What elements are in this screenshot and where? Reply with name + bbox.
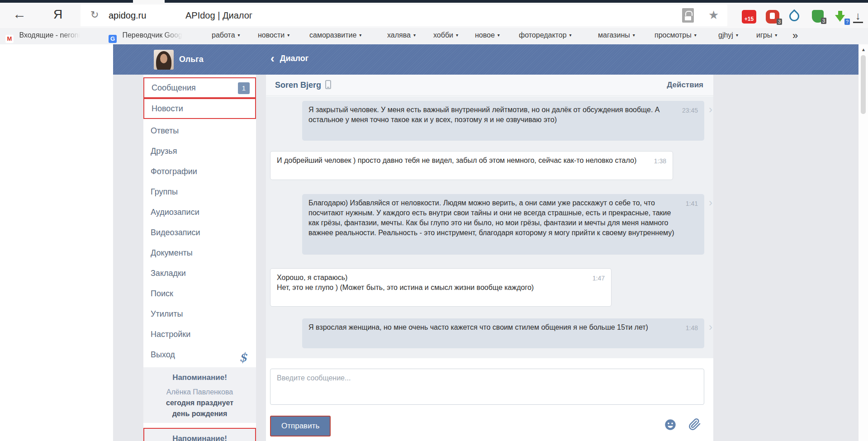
scroll-up-arrow-icon[interactable]: ▲ [861,47,866,52]
yandex-logo-icon[interactable]: Я [53,7,62,22]
message-bubble-outgoing[interactable]: И добрейший человек ) просто давно тебя … [270,151,673,180]
bookmark-folder-novoe[interactable]: новое▾ [475,31,500,39]
message-input[interactable] [270,369,704,405]
shield-extension-icon[interactable]: 3 [812,10,824,23]
sidebar-item-audio[interactable]: Аудиозаписи [143,202,256,222]
bookmark-star-icon[interactable]: ★ [708,8,719,22]
refresh-icon[interactable]: ↻ [90,9,99,21]
sidebar-item-groups[interactable]: Группы [143,182,256,202]
message-time: 23:45 [682,105,698,115]
sidebar-item-bookmarks[interactable]: Закладки [143,263,256,283]
caret-down-icon: ▾ [413,33,416,38]
bookmark-folder-gjhyj[interactable]: gjhyj▾ [718,31,738,39]
gmail-icon: M [5,35,14,43]
address-bar[interactable]: ↻ apidog.ru APIdog | Диалог ★ [81,5,727,26]
extension-badge: 3 [821,18,826,24]
back-button[interactable]: ← [13,6,26,22]
bookmark-item-gmail[interactable]: M Входящие - neroni [5,31,80,43]
sidebar-item-logout[interactable]: Выход $ [143,345,256,365]
caret-down-icon: ▾ [633,33,635,38]
reminder-person-link[interactable]: Алёнка Павленкова [143,388,256,396]
sidebar-item-label: Новости [152,104,183,113]
sidebar-item-friends[interactable]: Друзья [143,141,256,161]
current-user-link[interactable]: Ольга [179,55,204,64]
message-text: И добрейший человек ) просто давно тебя … [277,156,666,166]
caret-down-icon: ▾ [498,33,500,38]
message-bubble-outgoing[interactable]: Хорошо, я стараюсь) Нет, это не глупо ) … [270,268,612,307]
sidebar-item-label: Фотографии [151,167,197,176]
chevron-right-icon: › [709,198,712,208]
caret-down-icon: ▾ [359,33,361,38]
bookmark-label: фоторедактор [519,31,567,39]
mobile-phone-icon [325,80,331,89]
bookmark-label: новое [475,31,495,39]
downloads-button[interactable]: ↓ [853,10,867,24]
sidebar-item-video[interactable]: Видеозаписи [143,223,256,242]
actions-menu-button[interactable]: Действия [667,81,703,90]
sidebar-item-documents[interactable]: Документы [143,243,256,263]
bookmark-folder-rabota[interactable]: работа▾ [212,31,240,39]
sidebar-menu: Сообщения 1 Новости Ответы Друзья Фотогр… [143,75,256,441]
send-button[interactable]: Отправить [270,416,331,436]
stop-hand-extension-icon[interactable]: 3 [766,10,779,24]
browser-toolbar: ← Я ↻ apidog.ru APIdog | Диалог ★ +15 3 … [0,3,868,28]
sidebar-item-label: Аудиозаписи [151,208,199,217]
bookmark-folder-samorazvitie[interactable]: саморазвитие▾ [309,31,361,39]
bookmark-label: просмотры [655,31,692,39]
caret-down-icon: ▾ [287,33,289,38]
sidebar-item-photos[interactable]: Фотографии [143,161,256,181]
apidog-page: Ольга ‹Диалог Сообщения 1 Новости Ответы… [113,44,859,441]
sidebar-item-label: Ответы [151,126,179,135]
message-text: Я взрослая женщина, но мне очень часто к… [308,322,698,332]
sidebar-item-settings[interactable]: Настройки [143,324,256,344]
bookmark-folder-halyava[interactable]: халява▾ [387,31,416,39]
bookmark-folder-magaziny[interactable]: магазины▾ [598,31,635,39]
bookmark-item-translate[interactable]: G Переводчик Goog [109,31,182,43]
bookmarks-bar: M Входящие - neroni G Переводчик Goog ра… [0,28,868,44]
lock-icon[interactable] [682,8,694,23]
sidebar-item-label: Группы [151,187,178,196]
scrollbar-thumb[interactable] [861,55,866,114]
reminder-text-line: сегодня празднует [143,399,256,407]
message-list[interactable]: Я закрытый человек. У меня есть важный в… [266,96,713,358]
sidebar-item-search[interactable]: Поиск [143,284,256,303]
reminder-title: Напоминание! [143,373,256,382]
emoji-smiley-icon[interactable] [664,418,677,431]
sidebar-item-replies[interactable]: Ответы [143,121,256,141]
google-translate-icon: G [109,35,117,43]
message-bubble-incoming[interactable]: Благодарю) Избавляйся от неловкости. Люд… [302,194,704,255]
message-composer: Отправить [266,358,713,441]
caret-down-icon: ▾ [456,33,458,38]
bookmarks-overflow-chevron[interactable]: » [792,30,798,42]
sidebar-item-messages[interactable]: Сообщения 1 [143,77,256,98]
bookmark-folder-fotoredaktor[interactable]: фоторедактор▾ [519,31,572,39]
red-extension-icon[interactable]: +15 [742,10,756,24]
currency-dollar-icon[interactable]: $ [239,347,247,367]
sidebar-item-utilities[interactable]: Утилиты [143,304,256,324]
unread-count-badge: 1 [238,82,250,94]
sidebar-item-news[interactable]: Новости [143,98,256,119]
bookmark-folder-hobbi[interactable]: хобби▾ [433,31,458,39]
download-icon: ↓ [853,10,863,23]
bookmark-folder-prosmotry[interactable]: просмотры▾ [655,31,697,39]
message-bubble-incoming[interactable]: Я взрослая женщина, но мне очень часто к… [302,318,704,348]
page-scrollbar[interactable]: ▲ [859,44,868,441]
address-url[interactable]: apidog.ru [109,10,146,21]
teardrop-icon [787,9,801,23]
message-bubble-incoming[interactable]: Я закрытый человек. У меня есть важный в… [302,101,704,141]
teardrop-extension-icon[interactable] [789,10,803,24]
caret-down-icon: ▾ [569,33,572,38]
reminder-title: Напоминание! [144,434,255,441]
peer-name-link[interactable]: Soren Bjerg [275,80,331,90]
attachment-paperclip-icon[interactable] [688,417,701,431]
avatar[interactable] [154,50,174,70]
chevron-right-icon: › [709,104,712,114]
chevron-right-icon: › [709,322,712,332]
bookmark-label: халява [387,31,411,39]
bookmark-folder-novosti[interactable]: новости▾ [258,31,289,39]
green-arrow-extension-icon[interactable]: ? [834,10,847,24]
sidebar-item-label: Выход [151,350,175,359]
bookmark-folder-igry[interactable]: игры▾ [756,31,777,39]
chevron-left-icon: ‹ [270,52,275,65]
dialog-back-link[interactable]: ‹Диалог [270,54,308,63]
